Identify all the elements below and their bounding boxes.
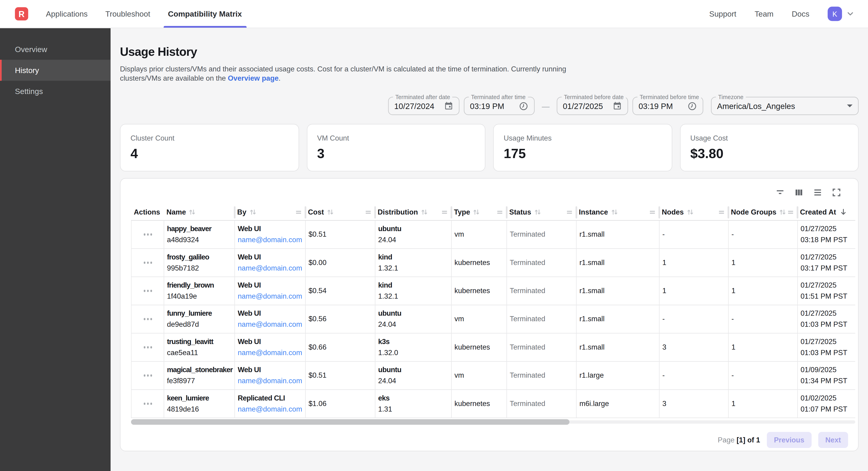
created-by: Web UI [238,224,303,235]
type-value: kubernetes [455,398,504,409]
columns-icon[interactable] [794,187,804,198]
stat-label: VM Count [317,134,475,142]
replicated-logo[interactable]: R [15,7,28,21]
stat-usage-cost: Usage Cost $3.80 [680,124,859,171]
column-header-distribution[interactable]: Distribution [375,204,451,220]
creator-email-link[interactable]: name@domain.com [238,347,303,358]
column-menu-icon[interactable] [718,209,725,215]
sidebar-item-overview[interactable]: Overview [0,39,111,60]
sidebar-item-settings[interactable]: Settings [0,81,111,101]
column-menu-icon[interactable] [787,209,794,215]
type-value: kubernetes [455,342,504,353]
creator-email-link[interactable]: name@domain.com [238,319,303,330]
usage-table-card: ActionsNameByCostDistributionTypeStatusI… [120,178,859,451]
creator-email-link[interactable]: name@domain.com [238,291,303,302]
nav-link-support[interactable]: Support [709,9,737,18]
nodes-value: - [662,229,726,240]
nodes-value: 1 [662,257,726,268]
table-toolbar [121,187,841,198]
calendar-icon[interactable] [613,101,622,111]
avatar[interactable]: K [828,7,842,21]
row-actions-button[interactable] [131,277,164,305]
column-menu-icon[interactable] [566,209,573,215]
timezone-select[interactable]: Timezone America/Los_Angeles [711,97,859,115]
column-menu-icon[interactable] [441,209,448,215]
row-actions-button[interactable] [131,333,164,361]
terminated-after-time-field[interactable]: Terminated after time 03:19 PM [464,97,535,115]
clock-icon[interactable] [519,101,528,111]
column-label: Nodes [662,208,684,216]
instance-value: r1.small [579,229,657,240]
clock-icon[interactable] [687,101,697,111]
creator-email-link[interactable]: name@domain.com [238,263,303,274]
row-actions-button[interactable] [131,390,164,417]
table-row: happy_beavera48d9324Web UIname@domain.co… [131,221,855,249]
nodes-value: - [662,314,726,325]
table-row: funny_lumierede9ed87dWeb UIname@domain.c… [131,305,855,333]
column-header-created_at[interactable]: Created At [797,204,855,220]
distribution-version: 24.04 [378,235,449,246]
row-actions-button[interactable] [131,305,164,333]
nodes-value: 1 [662,285,726,296]
cell-name: trusting_leavittcae5ea11 [163,333,234,361]
column-header-nodes[interactable]: Nodes [659,204,728,220]
page-value: [1] [737,436,745,444]
density-icon[interactable] [813,187,823,198]
field-value: 01/27/2025 [563,101,603,110]
row-actions-button[interactable] [131,249,164,276]
row-actions-button[interactable] [131,362,164,389]
terminated-after-date-field[interactable]: Terminated after date 10/27/2024 [388,97,460,115]
creator-email-link[interactable]: name@domain.com [238,235,303,246]
cluster-id: cae5ea11 [167,347,232,358]
column-header-status[interactable]: Status [506,204,576,220]
column-header-by[interactable]: By [235,204,305,220]
overview-page-link[interactable]: Overview page [228,74,279,82]
distribution-name: kind [378,252,449,263]
previous-button[interactable]: Previous [767,432,812,448]
scrollbar-thumb[interactable] [131,419,569,425]
tab-troubleshoot[interactable]: Troubleshoot [101,0,155,28]
ellipsis-icon [144,346,152,348]
row-actions-button[interactable] [131,221,164,248]
field-label: Terminated before time [638,93,701,100]
created-by: Web UI [238,252,303,263]
column-header-cost[interactable]: Cost [305,204,375,220]
cell-nodes: 3 [659,333,728,361]
next-button[interactable]: Next [818,432,848,448]
stat-cluster-count: Cluster Count 4 [120,124,299,171]
cell-nodes: 1 [659,249,728,276]
instance-value: r1.small [579,285,657,296]
column-menu-icon[interactable] [649,209,656,215]
column-menu-icon[interactable] [365,209,372,215]
column-label: Actions [134,208,160,216]
nav-link-team[interactable]: Team [755,9,774,18]
column-label: Distribution [378,208,418,216]
creator-email-link[interactable]: name@domain.com [238,376,303,387]
column-header-instance[interactable]: Instance [576,204,659,220]
sidebar-item-history[interactable]: History [0,60,111,81]
horizontal-scrollbar[interactable] [131,419,855,425]
creator-email-link[interactable]: name@domain.com [238,404,303,415]
calendar-icon[interactable] [444,101,453,111]
distribution-version: 1.32.1 [378,291,449,302]
terminated-before-date-field[interactable]: Terminated before date 01/27/2025 [557,97,628,115]
column-header-node_groups[interactable]: Node Groups [728,204,797,220]
column-header-type[interactable]: Type [451,204,506,220]
cell-instance: r1.large [576,362,659,389]
cell-created-at: 01/09/202501:34 PM PST [797,362,855,389]
nav-link-docs[interactable]: Docs [792,9,809,18]
column-header-name[interactable]: Name [163,204,234,220]
distribution-name: ubuntu [378,308,449,319]
field-value: 03:19 PM [470,101,504,110]
table-row: frosty_galileo995b7182Web UIname@domain.… [131,249,855,277]
column-menu-icon[interactable] [496,209,503,215]
terminated-before-time-field[interactable]: Terminated before time 03:19 PM [632,97,703,115]
tab-applications[interactable]: Applications [41,0,92,28]
column-menu-icon[interactable] [295,209,302,215]
tab-compatibility-matrix[interactable]: Compatibility Matrix [163,0,247,28]
fullscreen-icon[interactable] [832,187,841,198]
chevron-down-icon[interactable] [846,9,855,18]
cell-created-at: 01/27/202501:51 PM PST [797,277,855,305]
cluster-name: trusting_leavitt [167,336,232,347]
filter-icon[interactable] [775,187,785,198]
